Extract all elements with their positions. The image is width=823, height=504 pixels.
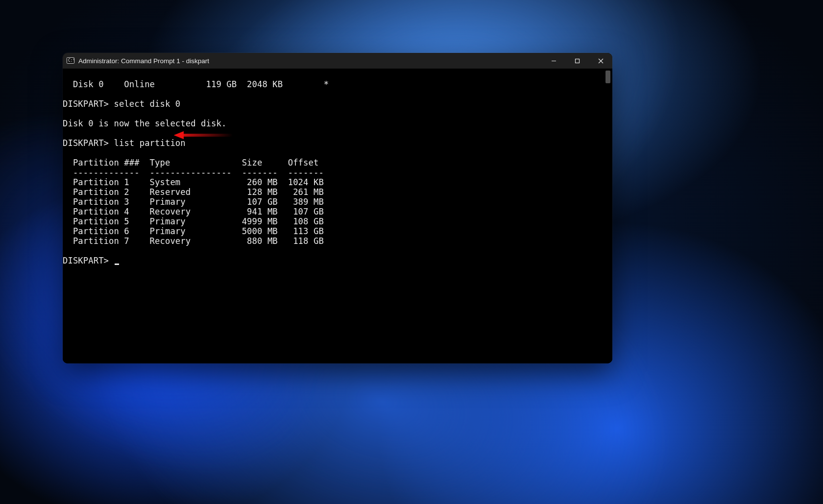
command-prompt-window: C:\ Administrator: Command Prompt 1 - di… — [63, 53, 612, 363]
window-titlebar[interactable]: C:\ Administrator: Command Prompt 1 - di… — [63, 53, 612, 69]
scrollbar-thumb[interactable] — [605, 71, 610, 83]
terminal-output[interactable]: Disk 0 Online 119 GB 2048 KB * DISKPART>… — [63, 69, 612, 363]
svg-rect-3 — [575, 59, 579, 63]
maximize-button[interactable] — [565, 53, 589, 69]
svg-text:C:\: C:\ — [68, 58, 74, 63]
cmd-icon: C:\ — [67, 57, 74, 65]
close-button[interactable] — [589, 53, 612, 69]
vertical-scrollbar[interactable] — [605, 71, 611, 362]
terminal-text: Disk 0 Online 119 GB 2048 KB * DISKPART>… — [63, 79, 612, 265]
minimize-button[interactable] — [542, 53, 565, 69]
window-title: Administrator: Command Prompt 1 - diskpa… — [78, 57, 209, 65]
text-cursor — [115, 264, 119, 265]
